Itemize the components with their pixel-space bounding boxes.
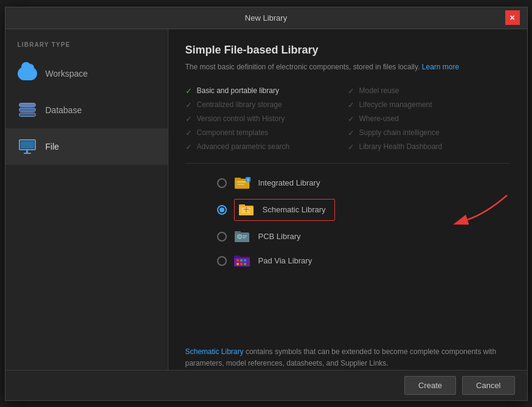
svg-text:i: i xyxy=(247,178,249,182)
svg-rect-4 xyxy=(237,181,247,183)
svg-point-20 xyxy=(239,236,240,237)
feature-label-7: Component templates xyxy=(197,128,268,137)
option-padvia-label: Pad Via Library xyxy=(258,256,313,265)
feature-label-4: Lifecycle management xyxy=(359,100,432,109)
option-integrated-label: Integrated Library xyxy=(258,178,320,187)
features-section: ✓ Basic and portable library ✓ Model reu… xyxy=(168,82,527,163)
check-icon-2: ✓ xyxy=(348,86,354,96)
feature-item-4: ✓ Lifecycle management xyxy=(348,99,510,111)
feature-label-1: Basic and portable library xyxy=(197,86,279,95)
cloud-icon xyxy=(18,64,37,83)
radio-schematic[interactable] xyxy=(217,205,227,215)
dialog-overlay: New Library × LIBRARY TYPE Workspace xyxy=(0,0,532,407)
feature-item-5: ✓ Version control with History xyxy=(185,113,348,125)
svg-rect-3 xyxy=(235,178,241,180)
feature-label-10: Library Health Dashboard xyxy=(359,142,443,151)
sidebar-item-file-label: File xyxy=(46,142,60,151)
feature-item-8: ✓ Supply chain intelligence xyxy=(348,127,510,139)
radio-pcb[interactable] xyxy=(217,232,227,242)
library-type-options: i Integrated Library xyxy=(168,164,527,276)
options-area: i Integrated Library xyxy=(168,164,527,339)
schematic-library-icon xyxy=(238,201,255,218)
database-icon xyxy=(18,100,37,120)
content-description: The most basic definition of electronic … xyxy=(185,61,510,72)
feature-label-6: Where-used xyxy=(359,114,399,123)
pcb-library-icon xyxy=(234,228,251,245)
svg-rect-26 xyxy=(237,259,239,262)
option-padvia-library[interactable]: Pad Via Library xyxy=(217,252,510,270)
learn-more-link[interactable]: Learn more xyxy=(422,63,459,71)
feature-item-10: ✓ Library Health Dashboard xyxy=(348,141,510,153)
option-pcb-label: PCB Library xyxy=(258,232,301,241)
close-button[interactable]: × xyxy=(505,10,520,25)
svg-rect-13 xyxy=(241,212,250,213)
option-schematic-label: Schematic Library xyxy=(263,205,326,214)
option-description: Schematic Library contains symbols that … xyxy=(168,339,527,369)
svg-rect-12 xyxy=(241,210,249,211)
content-header: Simple File-based Library The most basic… xyxy=(168,29,527,82)
option-pcb-library[interactable]: PCB Library xyxy=(217,228,510,245)
monitor-icon xyxy=(18,137,37,156)
feature-item-2: ✓ Model reuse xyxy=(348,85,510,97)
sidebar-item-file[interactable]: File xyxy=(5,128,168,165)
content-title: Simple File-based Library xyxy=(185,44,510,57)
check-icon-8: ✓ xyxy=(348,128,354,137)
check-icon-5: ✓ xyxy=(185,114,192,123)
option-schematic-library[interactable]: Schematic Library xyxy=(217,199,510,221)
svg-rect-17 xyxy=(235,234,249,242)
check-icon-4: ✓ xyxy=(348,100,354,110)
svg-rect-5 xyxy=(237,184,244,185)
integrated-library-icon: i xyxy=(234,175,251,192)
svg-rect-30 xyxy=(240,263,243,265)
dialog-footer: Create Cancel xyxy=(5,370,527,400)
svg-rect-22 xyxy=(243,237,246,238)
sidebar: LIBRARY TYPE Workspace xyxy=(5,29,168,370)
feature-label-2: Model reuse xyxy=(359,86,399,95)
feature-item-3: ✓ Centralized library storage xyxy=(185,99,348,111)
check-icon-9: ✓ xyxy=(185,142,192,151)
dialog-body: LIBRARY TYPE Workspace xyxy=(5,29,527,370)
feature-item-1: ✓ Basic and portable library xyxy=(185,85,348,97)
dialog-title: New Library xyxy=(27,13,505,23)
feature-label-3: Centralized library storage xyxy=(197,100,282,109)
sidebar-section-label: LIBRARY TYPE xyxy=(5,41,168,55)
svg-rect-21 xyxy=(243,235,247,237)
svg-rect-18 xyxy=(235,231,241,234)
check-icon-3: ✓ xyxy=(185,100,192,110)
svg-rect-27 xyxy=(240,259,243,262)
feature-label-8: Supply chain intelligence xyxy=(359,128,440,137)
sidebar-item-database-label: Database xyxy=(46,105,82,115)
feature-item-6: ✓ Where-used xyxy=(348,113,510,125)
svg-rect-25 xyxy=(234,256,240,258)
sidebar-item-workspace[interactable]: Workspace xyxy=(5,55,168,92)
radio-padvia[interactable] xyxy=(217,256,227,266)
dialog-titlebar: New Library × xyxy=(5,7,527,29)
option-integrated-library[interactable]: i Integrated Library xyxy=(217,175,510,192)
create-button[interactable]: Create xyxy=(404,376,456,395)
sidebar-item-database[interactable]: Database xyxy=(5,92,168,128)
main-content: Simple File-based Library The most basic… xyxy=(168,29,527,370)
check-icon-7: ✓ xyxy=(185,128,192,137)
svg-rect-31 xyxy=(244,263,246,265)
svg-rect-10 xyxy=(239,204,245,207)
feature-item-9: ✓ Advanced parametric search xyxy=(185,141,348,153)
feature-item-7: ✓ Component templates xyxy=(185,127,348,139)
svg-rect-28 xyxy=(244,259,246,262)
sidebar-item-workspace-label: Workspace xyxy=(46,69,88,78)
svg-rect-29 xyxy=(237,263,239,265)
padvia-library-icon xyxy=(234,252,251,270)
check-icon-6: ✓ xyxy=(348,114,354,123)
feature-label-9: Advanced parametric search xyxy=(197,142,290,151)
check-icon-1: ✓ xyxy=(185,86,192,96)
new-library-dialog: New Library × LIBRARY TYPE Workspace xyxy=(5,7,528,401)
cancel-button[interactable]: Cancel xyxy=(462,376,514,395)
feature-label-5: Version control with History xyxy=(197,114,285,123)
radio-integrated[interactable] xyxy=(217,178,227,188)
check-icon-10: ✓ xyxy=(348,142,354,151)
